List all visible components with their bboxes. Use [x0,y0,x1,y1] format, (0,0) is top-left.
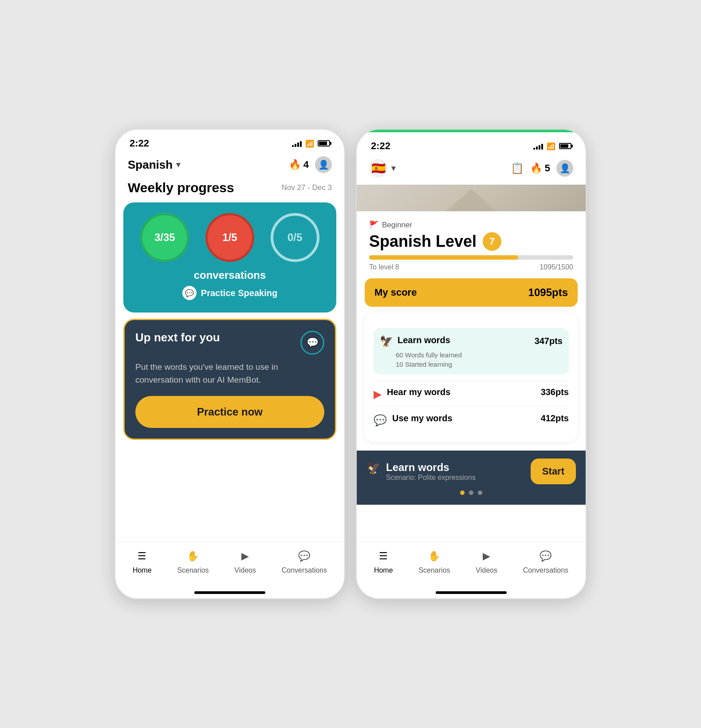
streak-count: 4 [303,159,309,170]
learn-sub2: 10 Started learning [380,360,563,368]
phone-1: 2:22 📶 Spanish ▾ [114,129,345,599]
stat-left-hear: ▶ Hear my words [374,387,450,400]
cta-icon: 🦅 [366,461,381,475]
stat-text-hear: Hear my words [387,387,450,399]
weekly-progress-header: Weekly progress Nov 27 - Dec 3 [115,180,344,202]
fire-icon: 🔥 [289,159,301,170]
learn-words-main-row: 🦅 Learn words 347pts [380,334,563,348]
notebook-icon[interactable]: 📋 [511,162,524,174]
nav-label-home-1: Home [133,566,152,574]
cta-text: Learn words Scenario: Polite expressions [386,461,476,482]
chevron-down-icon: ▾ [176,160,180,170]
streak-display-2: 🔥 5 [530,162,550,174]
stat-text-use: Use my words [392,413,453,425]
cta-row: 🦅 Learn words Scenario: Polite expressio… [366,459,576,484]
learn-sub1: 60 Words fully learned [380,351,563,359]
nav-item-conversations-2[interactable]: 💬 Conversations [523,549,568,574]
practice-speaking-label: Practice Speaking [201,288,277,298]
score-card: My score 1095pts [365,278,578,307]
videos-icon: ▶ [238,549,253,564]
time-2: 2:22 [371,140,390,152]
up-next-card: Up next for you 💬 Put the words you've l… [123,319,336,440]
learn-words-points: 347pts [535,336,563,346]
wifi-icon: 📶 [305,139,314,148]
stats-card: 🦅 Learn words 347pts 60 Words fully lear… [365,313,578,442]
up-next-title: Up next for you [135,331,220,344]
nav-item-scenarios-1[interactable]: ✋ Scenarios [177,549,209,574]
nav-label-conversations-1: Conversations [282,566,327,574]
score-label: My score [374,287,417,298]
language-selector[interactable]: Spanish ▾ [128,158,180,172]
start-button[interactable]: Start [531,459,576,484]
fire-icon-2: 🔥 [530,162,542,174]
hear-points: 336pts [541,387,569,397]
progress-bar-fill [369,255,518,260]
up-next-header: Up next for you 💬 [135,331,324,355]
scenarios-icon: ✋ [185,549,201,564]
nav-item-videos-2[interactable]: ▶ Videos [476,549,497,574]
beginner-text: Beginner [382,221,412,229]
learn-words-name: Learn words [398,335,450,345]
level-title-row: Spanish Level 7 [369,232,573,251]
nav-item-scenarios-2[interactable]: ✋ Scenarios [418,549,450,574]
circles-row: 3/35 1/5 0/5 [132,213,327,262]
chat-bubble-icon: 💬 [182,286,197,300]
nav-item-home-1[interactable]: ☰ Home [133,549,152,574]
level-sub: To level 8 1095/1500 [369,263,573,271]
avatar[interactable]: 👤 [315,156,332,173]
date-range: Nov 27 - Dec 3 [282,183,332,192]
nav-label-scenarios-1: Scenarios [177,566,209,574]
bottom-cta: 🦅 Learn words Scenario: Polite expressio… [357,451,586,505]
cta-left: 🦅 Learn words Scenario: Polite expressio… [366,461,476,482]
progress-card: 3/35 1/5 0/5 conversations 💬 Practice Sp… [123,202,336,313]
level-progress-bar [369,255,573,260]
signal-icon [292,140,302,147]
dot-2 [469,491,473,495]
circle-value-1: 1/5 [222,231,237,244]
conversations-icon: 💬 [297,549,312,564]
circle-value-0: 3/35 [154,231,175,244]
nav-item-home-2[interactable]: ☰ Home [374,549,393,574]
stat-row-hear: ▶ Hear my words 336pts [374,380,569,407]
home-icon-2: ☰ [376,549,391,564]
nav-item-conversations-1[interactable]: 💬 Conversations [282,549,327,574]
card-label: conversations [132,269,327,281]
use-points: 412pts [541,413,569,423]
circle-red: 1/5 [205,213,254,262]
status-bar-2: 2:22 📶 [357,132,586,155]
home-icon: ☰ [134,549,150,564]
practice-now-button[interactable]: Practice now [135,396,324,428]
circle-value-2: 0/5 [287,231,302,244]
battery-icon [318,140,330,146]
status-icons-1: 📶 [292,139,330,148]
streak-count-2: 5 [545,162,550,174]
streak-display: 🔥 4 [289,159,309,170]
stat-row-use: 💬 Use my words 412pts [374,407,569,433]
header-right-1: 🔥 4 👤 [289,156,332,173]
stat-row-learn: 🦅 Learn words 347pts 60 Words fully lear… [374,322,569,380]
up-next-description: Put the words you've learned to use in c… [135,361,324,386]
time-1: 2:22 [130,138,149,149]
conversations-icon-2: 💬 [538,549,553,564]
language-name: Spanish [128,158,173,172]
weekly-progress-title: Weekly progress [128,180,234,195]
chevron-down-icon-2: ▾ [391,163,395,173]
bottom-nav-2: ☰ Home ✋ Scenarios ▶ Videos 💬 Conversati… [357,541,586,588]
flag-selector[interactable]: 🇪🇸 ▾ [369,159,395,178]
learn-words-icon: 🦅 [380,335,393,348]
progress-text: 1095/1500 [540,263,573,271]
hear-name: Hear my words [387,387,450,397]
nav-label-conversations-2: Conversations [523,566,568,574]
practice-speaking-row: 💬 Practice Speaking [132,286,327,300]
bottom-nav-1: ☰ Home ✋ Scenarios ▶ Videos 💬 Conversati… [115,541,344,588]
nav-item-videos-1[interactable]: ▶ Videos [234,549,256,574]
avatar-2[interactable]: 👤 [556,160,573,177]
learn-words-left: 🦅 Learn words [380,334,450,348]
level-section: 🚩 Beginner Spanish Level 7 To level 8 10… [357,211,586,278]
to-level-label: To level 8 [369,263,399,271]
wifi-icon-2: 📶 [547,142,555,150]
chat-circle-button[interactable]: 💬 [300,331,324,355]
app-header-1: Spanish ▾ 🔥 4 👤 [115,153,344,180]
phones-container: 2:22 📶 Spanish ▾ [114,129,587,599]
cta-subtitle: Scenario: Polite expressions [386,474,476,482]
